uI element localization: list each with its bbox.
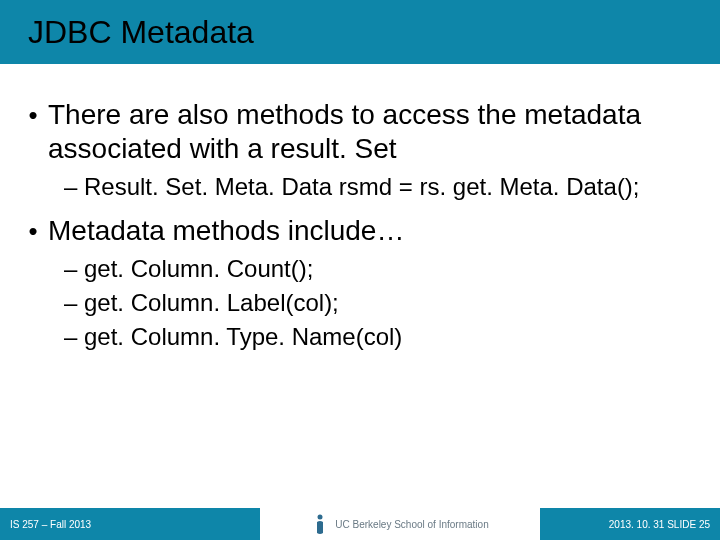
subbullet-marker: – [64, 172, 84, 202]
subbullet-marker: – [64, 322, 84, 352]
footer-right: 2013. 10. 31 SLIDE 25 [540, 508, 720, 540]
svg-point-0 [318, 515, 323, 520]
slide-header: JDBC Metadata [0, 0, 720, 64]
subbullet-marker: – [64, 288, 84, 318]
slide-footer: IS 257 – Fall 2013 UC Berkeley School of… [0, 508, 720, 540]
subbullet-text: get. Column. Type. Name(col) [84, 322, 402, 352]
footer-left: IS 257 – Fall 2013 [0, 508, 260, 540]
subbullet-item: – get. Column. Label(col); [18, 288, 702, 318]
subbullet-item: – get. Column. Type. Name(col) [18, 322, 702, 352]
bullet-item: • Metadata methods include… [18, 214, 702, 248]
bullet-marker: • [18, 214, 48, 248]
subbullet-text: Result. Set. Meta. Data rsmd = rs. get. … [84, 172, 640, 202]
slide-content: • There are also methods to access the m… [0, 64, 720, 352]
subbullet-text: get. Column. Label(col); [84, 288, 339, 318]
slide-title: JDBC Metadata [28, 14, 254, 51]
subbullet-text: get. Column. Count(); [84, 254, 313, 284]
bullet-text: Metadata methods include… [48, 214, 404, 248]
berkeley-i-icon [311, 513, 329, 535]
footer-mid-text: UC Berkeley School of Information [335, 519, 488, 530]
subbullet-marker: – [64, 254, 84, 284]
footer-mid: UC Berkeley School of Information [260, 508, 540, 540]
bullet-marker: • [18, 98, 48, 132]
subbullet-item: – get. Column. Count(); [18, 254, 702, 284]
bullet-text: There are also methods to access the met… [48, 98, 702, 166]
bullet-item: • There are also methods to access the m… [18, 98, 702, 166]
subbullet-item: – Result. Set. Meta. Data rsmd = rs. get… [18, 172, 702, 202]
